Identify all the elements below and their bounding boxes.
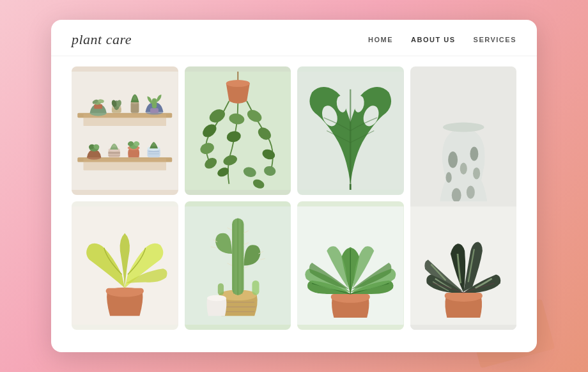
nav-about[interactable]: ABOUT US [411,36,455,43]
grid-cell-fern[interactable] [297,201,404,330]
svg-rect-5 [84,159,167,171]
svg-point-67 [451,188,461,202]
svg-rect-26 [108,152,120,154]
svg-rect-19 [150,108,159,112]
svg-rect-20 [152,98,157,109]
nav-services[interactable]: SERVICES [474,36,516,43]
svg-point-72 [442,123,484,132]
svg-point-62 [448,151,458,168]
svg-point-113 [207,295,226,301]
svg-point-64 [460,163,467,175]
header: plant care HOME ABOUT US SERVICES [51,20,537,56]
grid-cell-shelf[interactable] [72,66,178,195]
grid-cell-leaf[interactable] [297,66,404,195]
svg-rect-36 [148,153,159,155]
svg-rect-111 [217,283,223,295]
image-grid [51,56,537,343]
svg-point-38 [226,80,249,87]
svg-rect-1 [72,72,178,190]
logo: plant care [72,31,132,48]
grid-cell-small-plant[interactable] [72,201,178,330]
grid-cell-hanging[interactable] [185,66,291,195]
svg-rect-122 [444,293,482,298]
svg-rect-7 [94,104,102,109]
navigation: HOME ABOUT US SERVICES [368,36,516,43]
grid-cell-cactus[interactable] [185,201,291,330]
svg-point-65 [445,172,451,183]
svg-rect-112 [252,281,259,295]
browser-card: plant care HOME ABOUT US SERVICES [51,20,537,352]
svg-rect-27 [108,155,120,156]
svg-rect-89 [106,288,144,294]
svg-point-68 [466,186,474,199]
svg-rect-116 [331,294,370,300]
grid-cell-calathea[interactable] [410,201,517,330]
svg-rect-35 [148,151,159,152]
nav-home[interactable]: HOME [368,36,393,43]
svg-point-63 [470,147,478,161]
svg-point-66 [473,167,480,180]
svg-rect-3 [84,114,167,127]
